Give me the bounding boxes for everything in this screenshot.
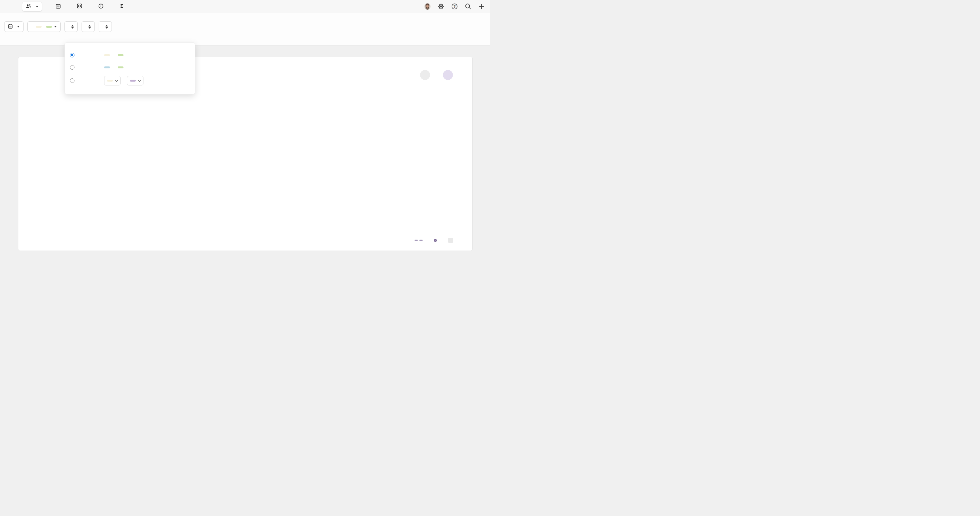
to-badge	[118, 67, 124, 68]
add-plus-icon[interactable]	[478, 3, 485, 10]
select-arrows-icon	[88, 25, 91, 29]
help-icon[interactable]: ?	[451, 3, 458, 10]
select-arrows-icon	[105, 25, 108, 29]
chevron-down-icon	[17, 26, 20, 27]
records-stat	[420, 70, 433, 80]
chevron-down-icon	[54, 26, 57, 27]
radio-selected-icon[interactable]	[70, 53, 75, 57]
svg-text:?: ?	[453, 5, 456, 8]
radio-icon[interactable]	[70, 65, 75, 70]
custom-from-select[interactable]	[104, 76, 121, 86]
option-custom[interactable]	[70, 77, 190, 84]
option-lead-time[interactable]	[70, 64, 190, 71]
tags-filter[interactable]	[81, 21, 95, 32]
status-to-badge	[46, 26, 52, 28]
nav-work[interactable]	[77, 3, 84, 10]
nav-document[interactable]	[98, 3, 106, 10]
dashed-line-icon	[415, 240, 423, 241]
calendar-icon	[8, 24, 13, 30]
option-cycle-time[interactable]	[70, 51, 190, 59]
record-type-filter[interactable]	[64, 21, 78, 32]
topbar: ?	[0, 0, 490, 13]
from-badge	[107, 80, 113, 81]
from-badge	[104, 67, 110, 68]
select-arrows-icon	[71, 25, 74, 29]
chart-legend	[415, 238, 456, 243]
users-filter[interactable]	[99, 21, 112, 32]
average-days-stat	[443, 70, 456, 80]
topbar-actions: ?	[424, 0, 485, 13]
legend-records	[434, 239, 440, 242]
nav-plan[interactable]	[56, 3, 63, 10]
records-count-badge	[420, 70, 430, 80]
to-badge	[118, 54, 124, 56]
average-days-badge	[443, 70, 453, 80]
info-circle-icon	[98, 3, 103, 10]
grid-icon	[77, 3, 82, 10]
avatar[interactable]	[424, 3, 431, 10]
status-range-filter[interactable]	[27, 21, 60, 32]
main-nav	[56, 3, 127, 10]
custom-to-select[interactable]	[127, 76, 143, 86]
status-range-popover	[64, 42, 196, 94]
page-header	[0, 13, 490, 45]
stats-row	[420, 70, 456, 80]
filter-bar	[4, 21, 490, 32]
from-badge	[104, 54, 110, 56]
status-from-badge	[36, 26, 41, 28]
band-swatch-icon	[448, 238, 453, 243]
radio-icon[interactable]	[70, 78, 75, 83]
record-ring-icon	[434, 239, 437, 242]
workspace-switcher[interactable]	[22, 2, 42, 12]
chevron-down-icon	[36, 6, 38, 7]
chevron-down-icon	[115, 79, 118, 82]
calendar-icon	[56, 3, 60, 10]
search-icon[interactable]	[465, 3, 471, 10]
legend-moving-average	[415, 240, 426, 241]
bars-icon	[120, 3, 124, 10]
chevron-down-icon	[138, 79, 141, 82]
legend-standard-deviation	[448, 238, 456, 243]
time-period-filter[interactable]	[4, 21, 24, 32]
users-icon	[26, 4, 31, 10]
nav-reports[interactable]	[120, 3, 127, 10]
to-badge	[130, 80, 136, 81]
settings-gear-icon[interactable]	[438, 3, 444, 10]
